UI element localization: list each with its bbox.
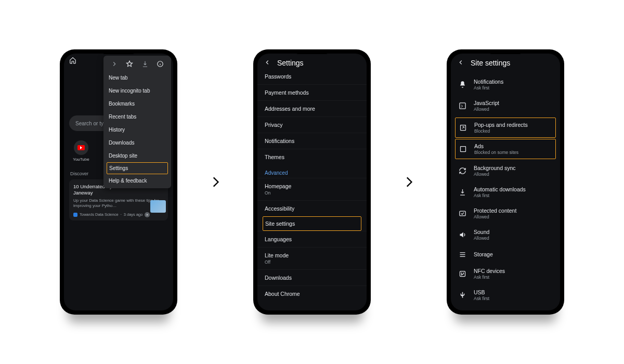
protected-icon [458, 210, 466, 218]
popup-icon [459, 124, 467, 132]
nfc-icon [458, 270, 466, 278]
settings-item[interactable]: Notifications [257, 133, 367, 149]
sound-icon [458, 231, 466, 239]
menu-item-new-tab[interactable]: New tab [103, 71, 171, 84]
back-icon[interactable] [457, 59, 464, 67]
menu-item-downloads[interactable]: Downloads [103, 136, 171, 149]
row-sub: Ask first [474, 193, 526, 198]
row-sub: Blocked [474, 128, 528, 134]
settings-item[interactable]: Accessibility [257, 200, 367, 216]
menu-item-desktop-site[interactable]: Desktop site [103, 149, 171, 162]
row-label: JavaScript [474, 100, 499, 106]
row-sub: Ask first [474, 275, 505, 280]
page-title: Settings [277, 59, 304, 67]
overflow-menu: New tabNew incognito tabBookmarksRecent … [103, 56, 171, 188]
article-age: 3 days ago [124, 212, 143, 217]
site-setting-row[interactable]: JavaScriptAllowed [451, 95, 560, 116]
site-setting-row[interactable]: Storage [451, 245, 560, 263]
youtube-icon [77, 145, 85, 150]
row-sub: Ask first [474, 296, 489, 301]
js-icon [458, 102, 466, 110]
settings-item[interactable]: Themes [257, 149, 367, 165]
settings-item[interactable]: About Chrome [257, 285, 367, 302]
row-sub: Allowed [474, 107, 499, 112]
article-thumbnail [150, 200, 166, 213]
settings-item[interactable]: HomepageOn [257, 178, 367, 200]
phone-step-2: Settings PasswordsPayment methodsAddress… [253, 49, 371, 315]
step-arrow-icon [209, 175, 222, 189]
site-setting-row[interactable]: NFC devicesAsk first [451, 263, 560, 284]
bell-icon [458, 81, 466, 89]
row-label: Background sync [474, 165, 516, 171]
row-sub: Allowed [474, 236, 489, 241]
row-sub: Ask first [474, 85, 503, 90]
menu-item-new-incognito-tab[interactable]: New incognito tab [103, 84, 171, 97]
settings-item[interactable]: Passwords [257, 71, 367, 84]
svg-rect-4 [459, 211, 465, 216]
row-sub: Allowed [474, 214, 516, 219]
row-label: Ads [474, 143, 518, 149]
forward-icon[interactable] [110, 60, 119, 68]
star-icon[interactable] [125, 60, 134, 68]
row-label: Protected content [474, 207, 516, 214]
shortcut-youtube[interactable]: YouTube [71, 140, 91, 162]
row-label: Automatic downloads [474, 186, 526, 192]
row-label: NFC devices [474, 268, 505, 274]
sync-icon [458, 167, 466, 175]
source-favicon [73, 213, 77, 217]
settings-item[interactable]: Languages [257, 231, 367, 247]
row-label: Pop-ups and redirects [474, 122, 528, 128]
site-setting-row[interactable]: NotificationsAsk first [451, 71, 560, 95]
settings-item[interactable]: Site settings [263, 216, 361, 231]
site-setting-row[interactable]: AdsBlocked on some sites [455, 139, 556, 159]
settings-item[interactable]: Downloads [257, 269, 367, 285]
menu-item-help-feedback[interactable]: Help & feedback [103, 174, 171, 187]
menu-item-recent-tabs[interactable]: Recent tabs [103, 110, 171, 123]
row-sub: Blocked on some sites [474, 150, 518, 155]
menu-item-settings[interactable]: Settings [107, 162, 168, 174]
site-setting-row[interactable]: USBAsk first [451, 284, 560, 306]
ads-icon [459, 145, 467, 153]
svg-rect-5 [460, 271, 465, 277]
settings-item[interactable]: Addresses and more [257, 100, 367, 116]
storage-icon [458, 250, 466, 258]
row-label: Sound [474, 229, 489, 235]
play-icon [145, 212, 150, 217]
back-icon[interactable] [264, 59, 271, 67]
article-source: Towards Data Science [80, 212, 119, 217]
svg-rect-3 [460, 147, 465, 152]
step-arrow-icon [402, 175, 415, 189]
site-setting-row[interactable]: Protected contentAllowed [451, 203, 560, 224]
phone-notch [296, 51, 328, 54]
site-setting-row[interactable]: SoundAllowed [451, 224, 560, 245]
row-label: USB [474, 289, 489, 295]
phone-notch [490, 51, 521, 54]
settings-item[interactable]: Privacy [257, 116, 367, 133]
phone-notch [103, 51, 134, 54]
home-icon[interactable] [69, 57, 76, 64]
row-label: Storage [474, 251, 493, 257]
row-label: Notifications [474, 79, 503, 85]
site-setting-row[interactable]: Automatic downloadsAsk first [451, 181, 560, 203]
usb-icon [458, 291, 466, 300]
row-sub: Allowed [474, 172, 516, 177]
menu-item-history[interactable]: History [103, 123, 171, 136]
advanced-header: Advanced [257, 165, 367, 178]
settings-item[interactable]: Payment methods [257, 84, 367, 100]
site-setting-row[interactable]: Pop-ups and redirectsBlocked [455, 118, 556, 138]
download-icon[interactable] [141, 60, 149, 68]
settings-item[interactable]: Lite modeOff [257, 247, 367, 269]
download-icon [458, 188, 466, 197]
menu-item-bookmarks[interactable]: Bookmarks [103, 97, 171, 110]
site-setting-row[interactable]: Background syncAllowed [451, 160, 560, 181]
phone-step-3: Site settings NotificationsAsk firstJava… [447, 49, 564, 315]
phone-step-1: G Search or type web address YouTube Fac… [60, 49, 177, 315]
page-title: Site settings [471, 59, 510, 67]
info-icon[interactable] [156, 60, 164, 68]
